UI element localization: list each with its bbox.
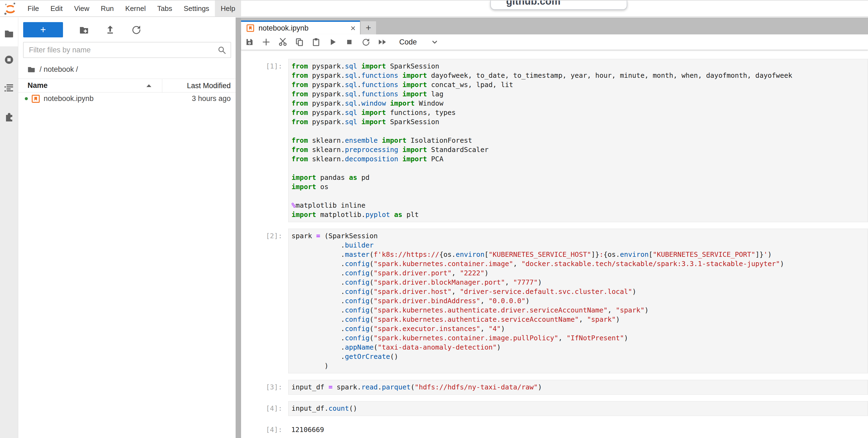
code-line: from pyspark.sql.functions import lag	[291, 89, 868, 99]
code-line: .config("spark.driver.host", "driver-ser…	[291, 287, 868, 296]
menu-run[interactable]: Run	[95, 1, 120, 17]
notebook-scroll-area[interactable]: [1]:from pyspark.sql import SparkSession…	[241, 50, 868, 438]
code-line: .builder	[291, 241, 868, 250]
tab-notebook[interactable]: notebook.ipynb ×	[241, 21, 360, 34]
code-line: from pyspark.sql import functions, types	[291, 108, 868, 117]
folder-icon	[27, 65, 36, 73]
code-line: .config("spark.driver.port", "2222")	[291, 268, 868, 278]
new-tab-button[interactable]: +	[361, 21, 376, 34]
output-text: 12106669	[288, 422, 868, 434]
code-line: from pyspark.sql.functions import concat…	[291, 80, 868, 89]
cell-editor[interactable]: input_df = spark.read.parquet("hdfs://hd…	[288, 380, 868, 395]
code-line: .master(f'k8s://https://{os.environ["KUB…	[291, 250, 868, 259]
menu-bar: File Edit View Run Kernel Tabs Settings …	[0, 1, 868, 17]
code-line	[291, 127, 868, 136]
menu-help[interactable]: Help	[215, 1, 241, 17]
code-line: from sklearn.decomposition import PCA	[291, 154, 868, 164]
code-line	[291, 192, 868, 201]
code-line: input_df.count()	[291, 404, 868, 413]
notebook-toolbar: Code	[241, 34, 868, 50]
code-line: .config("spark.kubernetes.container.imag…	[291, 259, 868, 268]
add-cell-button[interactable]	[260, 36, 272, 48]
browser-popup: github.com	[490, 1, 627, 10]
column-header-last-modified[interactable]: Last Modified	[162, 79, 236, 92]
breadcrumb-path[interactable]: / notebook /	[39, 65, 78, 74]
breadcrumb[interactable]: / notebook /	[27, 64, 236, 75]
code-line: .config("spark.kubernetes.authenticate.d…	[291, 305, 868, 315]
jupyter-logo-icon	[3, 2, 18, 16]
code-line: .config("spark.kubernetes.container.imag…	[291, 333, 868, 343]
code-line: .getOrCreate()	[291, 352, 868, 361]
menu-tabs[interactable]: Tabs	[151, 1, 178, 17]
cell-prompt: [2]:	[241, 229, 288, 373]
tab-label[interactable]: notebook.ipynb	[258, 24, 308, 32]
sort-ascending-icon	[146, 84, 152, 88]
code-cell[interactable]: [1]:from pyspark.sql import SparkSession…	[241, 59, 868, 222]
file-last-modified: 3 hours ago	[162, 94, 236, 103]
output-area[interactable]: [4]:12106669	[241, 422, 868, 434]
code-line: .config("spark.driver.blockManager.port"…	[291, 278, 868, 287]
code-line: input_df = spark.read.parquet("hdfs://hd…	[291, 383, 868, 392]
menu-settings[interactable]: Settings	[178, 1, 215, 17]
file-browser-toolbar: +	[18, 18, 236, 38]
file-browser-icon[interactable]	[4, 28, 14, 39]
copy-cells-button[interactable]	[293, 36, 305, 48]
code-line: import matplotlib.pyplot as plt	[291, 210, 868, 220]
notebook-cells: [1]:from pyspark.sql import SparkSession…	[241, 59, 868, 434]
code-line: spark = (SparkSession	[291, 231, 868, 241]
menu-file[interactable]: File	[22, 1, 45, 17]
code-cell[interactable]: [3]:input_df = spark.read.parquet("hdfs:…	[241, 380, 868, 395]
code-line: .config("spark.driver.bindAddress", "0.0…	[291, 296, 868, 305]
code-line: from pyspark.sql import SparkSession	[291, 117, 868, 127]
cut-cells-button[interactable]	[277, 36, 289, 48]
chevron-down-icon[interactable]	[431, 38, 439, 46]
save-button[interactable]	[244, 36, 255, 48]
extensions-icon[interactable]	[4, 111, 14, 122]
code-line: .config("spark.kubernetes.authenticate.s…	[291, 315, 868, 324]
restart-run-all-button[interactable]	[377, 36, 389, 48]
new-folder-icon[interactable]	[79, 25, 89, 35]
code-line: )	[291, 361, 868, 371]
upload-icon[interactable]	[105, 25, 115, 35]
code-line: import os	[291, 182, 868, 192]
menu-edit[interactable]: Edit	[45, 1, 68, 17]
code-cell[interactable]: [4]:input_df.count()	[241, 401, 868, 416]
panel-divider[interactable]	[236, 18, 241, 438]
activity-bar	[0, 18, 18, 438]
menu-view[interactable]: View	[68, 1, 95, 17]
code-line: from pyspark.sql import SparkSession	[291, 62, 868, 71]
filter-files-input[interactable]	[23, 42, 231, 58]
interrupt-kernel-button[interactable]	[343, 36, 355, 48]
file-row[interactable]: notebook.ipynb 3 hours ago	[18, 92, 236, 105]
code-line: %matplotlib inline	[291, 201, 868, 210]
code-line	[291, 164, 868, 173]
restart-kernel-button[interactable]	[360, 36, 372, 48]
paste-cells-button[interactable]	[310, 36, 322, 48]
refresh-icon[interactable]	[131, 25, 142, 35]
file-browser-panel: +	[18, 18, 236, 438]
file-list-header: Name Last Modified	[18, 79, 236, 92]
cell-editor[interactable]: input_df.count()	[288, 401, 868, 416]
file-name[interactable]: notebook.ipynb	[43, 94, 162, 103]
menu-kernel[interactable]: Kernel	[119, 1, 151, 17]
new-launcher-button[interactable]: +	[23, 22, 63, 37]
code-cell[interactable]: [2]:spark = (SparkSession .builder .mast…	[241, 229, 868, 373]
search-icon	[218, 46, 226, 55]
cell-type-select[interactable]: Code	[399, 38, 417, 47]
notebook-area: notebook.ipynb × +	[241, 18, 868, 438]
jupyterlab-window: File Edit View Run Kernel Tabs Settings …	[0, 0, 868, 438]
code-line: from sklearn.ensemble import IsolationFo…	[291, 136, 868, 145]
cell-editor[interactable]: from pyspark.sql import SparkSessionfrom…	[288, 59, 868, 222]
code-line: .config("spark.executor.instances", "4")	[291, 324, 868, 333]
column-header-name[interactable]: Name	[18, 81, 162, 90]
run-cell-button[interactable]	[327, 36, 339, 48]
table-of-contents-icon[interactable]	[4, 82, 14, 93]
cell-prompt: [4]:	[241, 401, 288, 416]
code-line: .appName("taxi-data-anomaly-detection")	[291, 343, 868, 352]
cell-editor[interactable]: spark = (SparkSession .builder .master(f…	[288, 229, 868, 373]
filter-box	[23, 42, 231, 58]
tab-close-icon[interactable]: ×	[350, 24, 355, 32]
output-prompt: [4]:	[241, 422, 288, 434]
running-sessions-icon[interactable]	[4, 55, 14, 65]
cell-prompt: [3]:	[241, 380, 288, 395]
